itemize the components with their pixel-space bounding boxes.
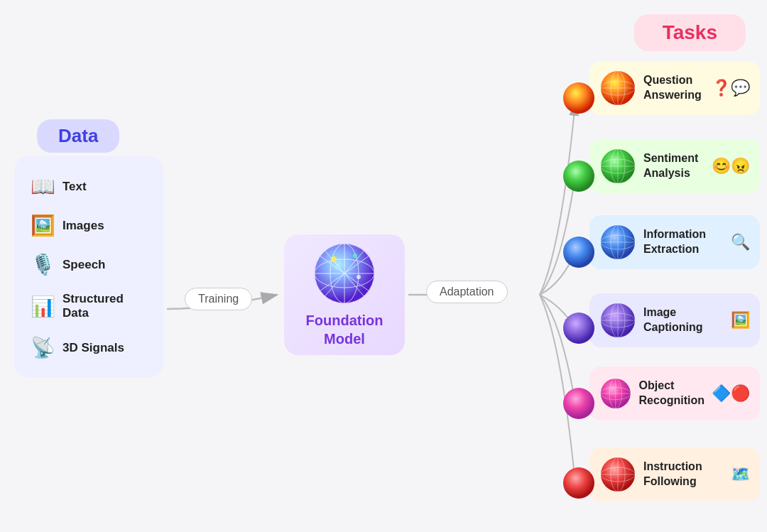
images-icon: 🖼️ (31, 214, 55, 237)
data-item-images: 🖼️ Images (25, 210, 153, 241)
caption-ball (599, 302, 636, 339)
svg-point-13 (353, 254, 357, 258)
sentiment-label: SentimentAnalysis (643, 151, 698, 181)
info-label: InformationExtraction (643, 227, 706, 257)
data-box: 📖 Text 🖼️ Images 🎙️ Speech 📊 Structured … (14, 156, 163, 378)
svg-point-12 (331, 256, 337, 262)
task-card-sentiment: SentimentAnalysis 😊😠 (589, 139, 760, 193)
object-label: ObjectRecognition (639, 379, 705, 408)
structured-icon: 📊 (31, 295, 55, 318)
info-ball (599, 224, 636, 261)
qa-ball (599, 70, 636, 107)
foundation-title: Foundation Model (284, 311, 405, 348)
sentiment-ball (599, 148, 636, 185)
qa-icons: ❓💬 (712, 79, 750, 97)
caption-label: ImageCaptioning (643, 305, 703, 335)
instruction-label: InstructionFollowing (643, 460, 702, 489)
task-card-object: ObjectRecognition 🔷🔴 (589, 367, 760, 420)
data-item-3d: 📡 3D Signals (25, 332, 153, 364)
signals-icon: 📡 (31, 336, 55, 359)
foundation-model-box: Foundation Model (284, 234, 405, 355)
foundation-ball (312, 241, 376, 305)
signals-label: 3D Signals (62, 341, 124, 355)
instruction-ball (599, 456, 636, 493)
instruction-icons: 🗺️ (731, 465, 750, 484)
object-icons: 🔷🔴 (712, 384, 750, 403)
object-ball (599, 375, 632, 412)
data-label-text: Data (58, 125, 98, 146)
task-card-caption: ImageCaptioning 🖼️ (589, 293, 760, 347)
caption-icons: 🖼️ (731, 311, 750, 330)
task-card-qa: QuestionAnswering ❓💬 (589, 61, 760, 115)
sentiment-icons: 😊😠 (712, 157, 750, 175)
adaptation-label: Adaptation (426, 281, 508, 303)
images-label: Images (62, 219, 104, 233)
svg-point-14 (357, 275, 361, 279)
book-icon: 📖 (31, 175, 55, 198)
training-label: Training (185, 288, 252, 310)
info-icons: 🔍 (731, 233, 750, 251)
structured-label: Structured Data (62, 292, 147, 320)
task-card-instruction: InstructionFollowing 🗺️ (589, 447, 760, 501)
text-label: Text (62, 180, 87, 194)
task-card-info: InformationExtraction 🔍 (589, 215, 760, 269)
speech-label: Speech (62, 258, 105, 272)
data-item-structured: 📊 Structured Data (25, 288, 153, 325)
data-item-speech: 🎙️ Speech (25, 249, 153, 281)
tasks-header: Tasks (634, 14, 746, 51)
speech-icon: 🎙️ (31, 253, 55, 276)
data-item-text: 📖 Text (25, 170, 153, 202)
qa-label: QuestionAnswering (643, 73, 702, 103)
data-section-header: Data (37, 119, 119, 153)
